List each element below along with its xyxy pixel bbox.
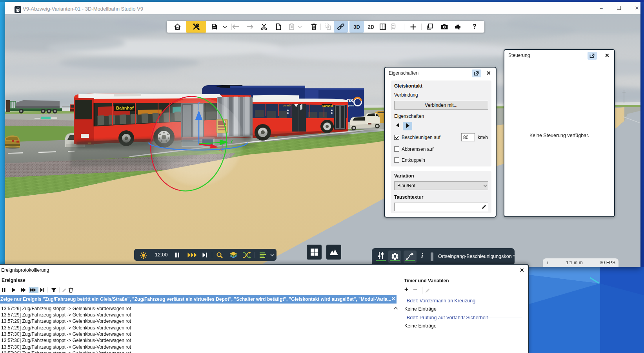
svg-text:zennb: zennb — [283, 104, 291, 107]
svg-text:X: X — [219, 147, 222, 152]
svg-text:Z: Z — [197, 101, 200, 106]
svg-text:gmbH: gmbH — [347, 104, 354, 107]
svg-text:Bahnhof: Bahnhof — [116, 106, 134, 110]
svg-text:Y: Y — [230, 139, 233, 144]
